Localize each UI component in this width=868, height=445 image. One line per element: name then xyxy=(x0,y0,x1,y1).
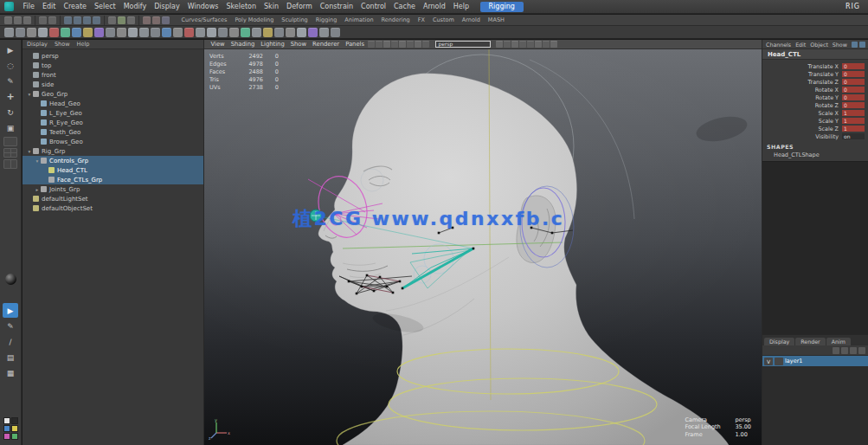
viewport-toolbar-icon[interactable] xyxy=(399,41,406,48)
custom-tool[interactable]: ▦ xyxy=(3,365,18,380)
menu-item[interactable]: File xyxy=(19,0,38,14)
viewport-menu-item[interactable]: Renderer xyxy=(310,41,343,48)
status-line-icon[interactable] xyxy=(143,16,151,24)
toolbox-tool[interactable]: ▣ xyxy=(3,120,18,135)
custom-tool[interactable]: ▤ xyxy=(3,350,18,364)
shelf-tab[interactable]: FX xyxy=(414,16,428,23)
viewport-menu-item[interactable]: Panels xyxy=(343,41,368,48)
viewport-toolbar-icon[interactable] xyxy=(550,41,557,48)
shelf-tool-icon[interactable] xyxy=(94,28,104,37)
shelf-tool-icon[interactable] xyxy=(83,28,93,37)
channel-value-field[interactable]: 0 xyxy=(842,87,865,93)
outliner-row[interactable]: L_Eye_Geo xyxy=(23,108,203,118)
channel-value-field[interactable]: 0 xyxy=(842,63,865,69)
status-line-icon[interactable] xyxy=(104,16,105,25)
custom-tool[interactable]: ∕ xyxy=(3,334,18,349)
menuset-dropdown[interactable]: Rigging xyxy=(480,2,524,12)
viewport-toolbar-icon[interactable] xyxy=(391,41,398,48)
viewport-toolbar-icon[interactable] xyxy=(368,41,375,48)
viewport-toolbar-icon[interactable] xyxy=(535,41,542,48)
menu-item[interactable]: Deform xyxy=(283,0,317,14)
outliner-menu-item[interactable]: Help xyxy=(77,41,90,48)
outliner-row[interactable]: top xyxy=(23,61,203,70)
menu-item[interactable]: Display xyxy=(151,0,184,14)
menu-item[interactable]: Help xyxy=(449,0,473,14)
no-live-surface-icon[interactable] xyxy=(3,272,18,287)
shelf-tool-icon[interactable] xyxy=(151,28,160,37)
layer-visibility-toggle[interactable]: V xyxy=(764,358,773,365)
layer-toolbar-icon[interactable] xyxy=(850,347,857,354)
menu-item[interactable]: Control xyxy=(357,0,390,14)
outliner-row[interactable]: ▾ Rig_Grp xyxy=(23,146,203,156)
layer-toolbar-icon[interactable] xyxy=(833,347,839,354)
shelf-tab[interactable]: MASH xyxy=(484,16,508,23)
viewport-toolbar-icon[interactable] xyxy=(504,41,511,48)
channel-value-field[interactable]: 1 xyxy=(842,118,865,124)
status-line-icon[interactable] xyxy=(35,16,35,25)
shelf-tool-icon[interactable] xyxy=(4,28,14,37)
four-pane-layout-button[interactable] xyxy=(3,148,17,158)
menu-item[interactable]: Skin xyxy=(260,0,283,14)
layer-toolbar-icon[interactable] xyxy=(858,347,865,354)
viewport-menu-item[interactable]: View xyxy=(208,41,228,48)
shelf-tool-icon[interactable] xyxy=(61,28,70,37)
outliner-row[interactable]: Brows_Geo xyxy=(23,137,203,146)
channel-value-field[interactable]: on xyxy=(842,133,865,139)
status-line-icon[interactable] xyxy=(93,16,100,24)
custom-tool[interactable] xyxy=(3,287,18,302)
menu-item[interactable]: Edit xyxy=(38,0,60,14)
outliner-row[interactable]: ▾ Controls_Grp xyxy=(23,156,203,165)
viewport-menu-item[interactable]: Lighting xyxy=(258,41,287,48)
status-line-icon[interactable] xyxy=(23,16,31,24)
single-pane-layout-button[interactable] xyxy=(3,137,17,146)
viewport-menu-item[interactable]: Shading xyxy=(228,41,258,48)
shelf-tool-icon[interactable] xyxy=(263,28,273,37)
menu-item[interactable]: Cache xyxy=(390,0,420,14)
layer-row[interactable]: V layer1 xyxy=(762,356,868,366)
status-line-icon[interactable] xyxy=(138,16,139,25)
camera-selector-field[interactable]: persp xyxy=(435,41,491,48)
outliner-row[interactable]: defaultLightSet xyxy=(23,194,203,203)
status-line-icon[interactable] xyxy=(118,16,125,24)
viewport-toolbar-icon[interactable] xyxy=(519,41,526,48)
shelf-tab[interactable]: Custom xyxy=(428,16,458,23)
viewport-menu-item[interactable]: Show xyxy=(287,41,309,48)
status-line-icon[interactable] xyxy=(74,16,81,24)
outliner-row[interactable]: front xyxy=(23,70,203,80)
color-chip[interactable] xyxy=(11,417,18,424)
channel-box-menu-item[interactable]: Edit xyxy=(795,42,806,48)
viewport-toolbar-icon[interactable] xyxy=(527,41,534,48)
outliner-menu-item[interactable]: Show xyxy=(55,41,70,48)
shelf-tab[interactable]: Sculpting xyxy=(278,16,312,23)
shelf-tool-icon[interactable] xyxy=(184,28,194,37)
outliner-row[interactable]: defaultObjectSet xyxy=(23,203,203,213)
menu-item[interactable]: Create xyxy=(60,0,91,14)
shelf-tool-icon[interactable] xyxy=(196,28,205,37)
viewport-toolbar-icon[interactable] xyxy=(383,41,390,48)
menu-item[interactable]: Select xyxy=(90,0,119,14)
channel-box-toggle-icon[interactable] xyxy=(852,42,858,48)
viewport-toolbar-icon[interactable] xyxy=(511,41,518,48)
shelf-tab[interactable]: Animation xyxy=(341,16,377,23)
shelf-tool-icon[interactable] xyxy=(207,28,216,37)
status-line-icon[interactable] xyxy=(64,16,72,24)
toolbox-tool[interactable]: ↻ xyxy=(3,105,18,119)
selected-object-name[interactable]: Head_CTL xyxy=(762,49,868,60)
status-line-icon[interactable] xyxy=(48,16,56,24)
shelf-tool-icon[interactable] xyxy=(49,28,59,37)
menu-item[interactable]: Constrain xyxy=(316,0,357,14)
status-line-icon[interactable] xyxy=(14,16,22,24)
shelf-tool-icon[interactable] xyxy=(229,28,239,37)
channel-value-field[interactable]: 1 xyxy=(842,126,865,132)
expand-arrow-icon[interactable]: ▾ xyxy=(34,158,41,164)
shelf-tool-icon[interactable] xyxy=(16,28,25,37)
shelf-tool-icon[interactable] xyxy=(274,28,284,37)
toolbox-tool[interactable]: ✎ xyxy=(3,74,18,88)
color-chip[interactable] xyxy=(3,425,10,432)
status-line-icon[interactable] xyxy=(127,16,135,24)
toolbox-tool[interactable]: ▶ xyxy=(3,42,18,57)
channel-value-field[interactable]: 0 xyxy=(842,94,865,100)
layer-editor-tab[interactable]: Anim xyxy=(826,338,851,345)
expand-arrow-icon[interactable]: ▾ xyxy=(26,92,33,97)
expand-arrow-icon[interactable]: ▾ xyxy=(26,149,33,154)
